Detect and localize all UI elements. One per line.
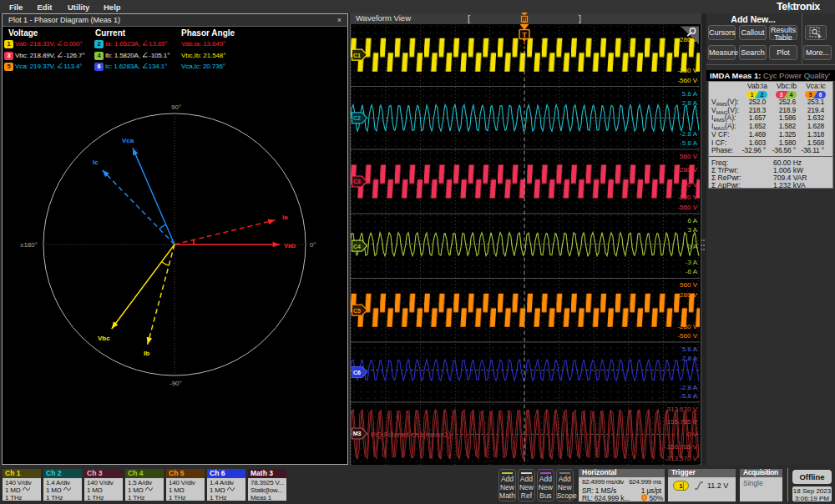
svg-text:-560 V: -560 V	[677, 332, 697, 340]
svg-text:C5: C5	[353, 308, 361, 314]
svg-text:2: 2	[761, 92, 764, 98]
svg-text:Vbc: Vbc	[98, 335, 110, 342]
svg-text:560 V: 560 V	[680, 281, 698, 289]
svg-text:6 A: 6 A	[687, 217, 697, 224]
svg-text:M3: M3	[353, 431, 362, 436]
svg-text:C6: C6	[353, 370, 361, 375]
svg-text:-280 V: -280 V	[677, 67, 697, 74]
svg-text:Ic: Ic	[93, 159, 99, 166]
svg-text:-313.570 V: -313.570 V	[665, 455, 698, 462]
svg-text:-2.8 A: -2.8 A	[680, 384, 698, 391]
svg-text:-156.785 V: -156.785 V	[665, 443, 698, 451]
svg-text:2.8 A: 2.8 A	[682, 355, 698, 362]
svg-text:5.6 A: 5.6 A	[682, 345, 698, 353]
svg-text:T: T	[522, 31, 527, 39]
svg-text:280 V: 280 V	[680, 166, 698, 174]
svg-text:Ib: Ib	[144, 350, 149, 357]
svg-text:5.6 A: 5.6 A	[682, 90, 698, 98]
svg-text:-6 A: -6 A	[686, 268, 698, 275]
svg-text:U: U	[523, 17, 527, 23]
svg-text:-280 V: -280 V	[677, 194, 697, 201]
svg-text:6: 6	[819, 92, 822, 98]
svg-text:-2.8 A: -2.8 A	[680, 130, 698, 138]
svg-text:-3 A: -3 A	[686, 259, 698, 266]
svg-text:90°: 90°	[171, 103, 181, 111]
svg-text:-560 V: -560 V	[677, 77, 697, 84]
svg-text:0 A: 0 A	[687, 243, 697, 250]
svg-text:Vab: Vab	[284, 242, 296, 249]
svg-text:-560 V: -560 V	[677, 204, 697, 211]
svg-text:280 V: 280 V	[680, 291, 698, 299]
svg-text:-5.6 A: -5.6 A	[680, 392, 698, 400]
svg-text:0 V: 0 V	[687, 181, 698, 189]
svg-text:C1: C1	[353, 53, 361, 58]
svg-text:Ia: Ia	[282, 214, 288, 221]
svg-text:3: 3	[780, 92, 783, 98]
svg-text:±180°: ±180°	[20, 241, 38, 249]
svg-text:Vca: Vca	[122, 137, 134, 144]
svg-text:313.570 V: 313.570 V	[667, 406, 698, 413]
svg-text:3 A: 3 A	[687, 226, 697, 234]
svg-text:C3: C3	[353, 179, 361, 184]
svg-text:156.785 V: 156.785 V	[667, 418, 698, 426]
svg-text:-90°: -90°	[170, 380, 182, 387]
svg-text:2.8 A: 2.8 A	[682, 99, 698, 107]
svg-text:4: 4	[790, 92, 793, 98]
svg-text:-5.6 A: -5.6 A	[680, 139, 698, 147]
svg-text:-280 V: -280 V	[677, 323, 697, 330]
svg-text:PQ:Filtered ch1(meas1): PQ:Filtered ch1(meas1)	[371, 431, 451, 439]
svg-text:0 V: 0 V	[687, 431, 698, 438]
svg-text:C4: C4	[353, 244, 361, 249]
svg-text:1: 1	[751, 92, 754, 98]
svg-text:0°: 0°	[310, 241, 316, 249]
svg-text:560 V: 560 V	[680, 153, 698, 160]
svg-text:C2: C2	[353, 115, 361, 121]
svg-text:5: 5	[809, 92, 812, 98]
